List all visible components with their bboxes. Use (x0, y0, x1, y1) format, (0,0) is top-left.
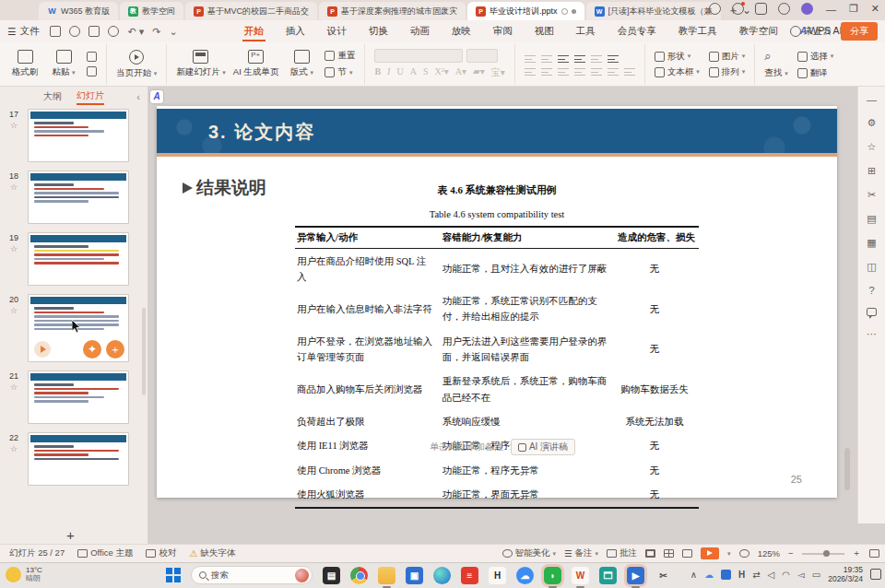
ai-speech-button[interactable]: AI 演讲稿 (511, 439, 575, 455)
align-center-button[interactable] (541, 66, 552, 76)
tab-transition[interactable]: 切换 (358, 21, 399, 41)
font-size-select[interactable] (466, 49, 498, 63)
slides-tab[interactable]: 幻灯片 (77, 89, 104, 105)
notes-placeholder[interactable]: 单击此处添加备注 (430, 441, 503, 453)
undo-icon[interactable]: ↶ ▾ (127, 26, 144, 38)
doc-tab-mvc[interactable]: P 基于MVC的校园二手商品交 (185, 2, 317, 20)
normal-view-button[interactable] (645, 549, 655, 558)
zoom-level[interactable]: 125% (758, 548, 780, 559)
app-cloud-drive[interactable]: ☁ (516, 567, 534, 584)
tab-teach-space[interactable]: 教学空间 (728, 21, 789, 41)
align-left-button[interactable] (525, 66, 536, 76)
restore-button[interactable]: ❐ (849, 3, 858, 15)
weather-widget[interactable]: 13°C晴朗 (6, 566, 42, 582)
slide-thumbnail-17[interactable]: 17☆ (0, 109, 140, 162)
app-rain-classroom[interactable]: 🗖 (599, 567, 617, 584)
bold-button[interactable]: B (374, 66, 381, 79)
text-direction-button[interactable] (624, 66, 635, 76)
panel-mask-icon[interactable]: ◫ (867, 261, 876, 273)
app-ms-store[interactable]: ▣ (406, 567, 423, 584)
zoom-out-button[interactable]: − (788, 548, 794, 559)
proofing-button[interactable]: 校对 (146, 547, 176, 559)
line-spacing-button[interactable] (591, 53, 602, 63)
font-name-select[interactable] (374, 49, 463, 63)
bullets-button[interactable] (525, 53, 536, 63)
start-button[interactable] (166, 568, 181, 582)
italic-button[interactable]: I (387, 66, 390, 79)
thumbnail-add-button[interactable]: ＋ (106, 340, 124, 359)
underline-button[interactable]: U (396, 66, 403, 79)
settings-target-icon[interactable] (778, 3, 790, 15)
reading-view-button[interactable] (682, 549, 692, 558)
taskbar-clock[interactable]: 19:35 2026/3/24 (828, 565, 863, 583)
tab-sync-icon[interactable] (561, 8, 568, 15)
align-right-button[interactable] (558, 66, 569, 76)
indent-button[interactable] (574, 53, 585, 63)
slide-thumbnail-22[interactable]: 22☆ (0, 432, 140, 486)
panel-help-icon[interactable]: ? (868, 285, 874, 296)
slide-thumbnail-21[interactable]: 21☆ (0, 370, 140, 424)
add-slide-button[interactable]: + (66, 527, 75, 543)
tab-animation[interactable]: 动画 (399, 21, 441, 41)
user-avatar[interactable] (801, 3, 813, 15)
columns-button[interactable] (608, 66, 619, 76)
app-red[interactable]: ≡ (461, 567, 478, 584)
paste-button[interactable]: 粘贴 ▾ (48, 50, 79, 78)
tray-volume-icon[interactable]: ◅ (797, 570, 805, 580)
tray-audio-icon[interactable]: ◁ (768, 570, 775, 580)
slide-thumbnail-19[interactable]: 19☆ (0, 232, 140, 286)
copy-icon[interactable] (87, 66, 97, 76)
collapse-panel-icon[interactable]: ‹ (136, 91, 140, 102)
superscript-button[interactable]: X²▾ (434, 66, 448, 79)
doc-tab-deep-case[interactable]: P 基于深度案例推理的城市固废灾 (319, 2, 466, 20)
tray-arrows-icon[interactable]: ⇄ (752, 570, 760, 580)
tray-shield-icon[interactable] (721, 570, 731, 580)
tab-tools[interactable]: 工具 (565, 21, 607, 41)
panel-more-icon[interactable]: ⋯ (867, 328, 877, 340)
slide-thumbnail-18[interactable]: 18☆ (0, 171, 140, 224)
tab-home[interactable]: 开始 (233, 21, 275, 41)
fit-slide-button[interactable] (739, 549, 749, 558)
strikethrough-button[interactable]: S (423, 66, 429, 79)
distribute-button[interactable] (591, 66, 602, 76)
missing-font-warning[interactable]: ⚠缺失字体 (189, 547, 235, 559)
cloud-status[interactable]: 未上云 (790, 25, 832, 38)
smart-beautify-button[interactable]: 智能美化 ▾ (502, 547, 557, 559)
cloud-sync-icon[interactable] (108, 26, 119, 37)
panel-material-icon[interactable]: ▦ (867, 237, 876, 249)
tab-insert[interactable]: 插入 (275, 21, 316, 41)
thumbnail-play-button[interactable] (34, 341, 51, 358)
workspace-icon[interactable] (755, 3, 767, 15)
find-magnifier-icon[interactable]: ⌕ (764, 49, 788, 64)
message-icon[interactable] (732, 3, 744, 15)
play-from-current-button[interactable]: 当页开始 ▾ (116, 50, 157, 79)
app-screenshot-tool[interactable]: ✂ (655, 567, 672, 584)
app-notebook[interactable]: ▤ (323, 567, 340, 584)
smart-typeset-button[interactable] (608, 53, 619, 63)
tab-slideshow[interactable]: 放映 (441, 21, 482, 41)
wps-ai-float-icon[interactable]: A (150, 90, 163, 103)
highlight-button[interactable]: ▰▾ (473, 66, 485, 79)
find-button[interactable]: 查找 ▾ (764, 67, 788, 79)
font-color-button[interactable]: A▾ (455, 66, 466, 79)
app-h-black[interactable]: H (489, 567, 506, 584)
new-slide-button[interactable]: 新建幻灯片 ▾ (176, 50, 226, 78)
tray-cloud-icon[interactable]: ☁ (704, 570, 714, 580)
select-button[interactable]: 选择 ▾ (797, 49, 834, 64)
panel-layers-icon[interactable]: ⊞ (867, 165, 876, 177)
panel-options-icon[interactable]: ⚙ (867, 117, 877, 129)
share-button[interactable]: 分享 (841, 22, 878, 41)
close-button[interactable]: ✕ (871, 3, 879, 15)
doc-tab-active[interactable]: P 毕业设计培训.pptx (467, 2, 584, 20)
panel-template-icon[interactable]: ▤ (867, 213, 876, 225)
panel-cutout-icon[interactable]: ✂ (867, 189, 876, 201)
notification-center-icon[interactable] (870, 569, 881, 580)
shapes-button[interactable]: 形状 ▾ (655, 51, 700, 63)
char-spacing-button[interactable]: 宝▾ (491, 66, 505, 79)
app-wechat-active[interactable]: ◗ (544, 567, 561, 584)
app-video-active[interactable]: ▶ (627, 567, 644, 584)
app-wps[interactable]: W (572, 567, 589, 584)
minimize-button[interactable]: — (826, 4, 836, 15)
tab-member[interactable]: 会员专享 (607, 21, 667, 41)
taskbar-search[interactable]: 搜索 (191, 566, 313, 584)
